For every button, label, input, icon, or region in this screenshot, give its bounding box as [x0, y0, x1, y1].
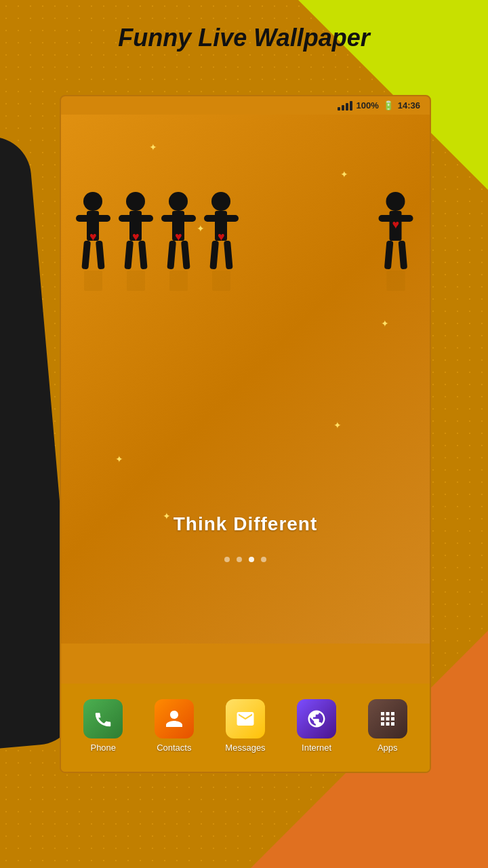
page-dot-2[interactable]: [237, 557, 242, 562]
phone-icon: [83, 699, 123, 738]
page-dot-1[interactable]: [224, 557, 230, 562]
wallpaper-area: ✦ ✦ ✦ ✦ ✦ ✦ ✦: [61, 115, 430, 644]
svg-rect-13: [127, 271, 145, 291]
page-dot-3[interactable]: [249, 557, 254, 562]
svg-point-28: [386, 192, 405, 211]
svg-text:♥: ♥: [218, 230, 225, 243]
sparkle-4: ✦: [381, 318, 389, 329]
svg-rect-4: [96, 241, 105, 270]
svg-rect-11: [138, 241, 148, 270]
svg-rect-20: [169, 271, 188, 291]
svg-text:♥: ♥: [392, 218, 400, 231]
apps-label: Apps: [378, 743, 398, 753]
svg-rect-31: [384, 241, 394, 270]
svg-rect-24: [209, 241, 219, 270]
dock-item-contacts[interactable]: Contacts: [155, 699, 194, 753]
sparkle-2: ✦: [340, 169, 348, 180]
svg-rect-2: [76, 215, 110, 222]
sparkle-1: ✦: [149, 142, 157, 153]
messages-icon: [226, 699, 265, 738]
svg-text:♥: ♥: [175, 230, 182, 243]
contacts-label: Contacts: [157, 743, 191, 753]
svg-text:♥: ♥: [132, 230, 140, 243]
page-dots: [61, 557, 430, 562]
svg-rect-16: [161, 215, 196, 222]
think-different-text: Think Different: [61, 513, 430, 535]
figure-solo: ♥: [375, 189, 416, 298]
signal-bars-icon: [338, 101, 352, 111]
phone-screen: 100% 🔋 14:36 ✦ ✦ ✦ ✦ ✦ ✦ ✦: [60, 95, 431, 773]
figure-1: ♥: [75, 189, 112, 298]
svg-rect-18: [181, 241, 190, 270]
battery-icon: 🔋: [383, 100, 394, 111]
apps-icon: [368, 699, 407, 738]
figure-2: ♥: [117, 189, 155, 298]
svg-rect-6: [84, 271, 102, 291]
dock-item-internet[interactable]: Internet: [297, 699, 336, 753]
figure-4: ♥: [203, 189, 240, 298]
internet-label: Internet: [302, 743, 331, 753]
sparkle-6: ✦: [333, 420, 342, 431]
svg-rect-34: [387, 271, 405, 291]
phone-label: Phone: [90, 743, 116, 753]
messages-label: Messages: [225, 743, 265, 753]
dock-item-messages[interactable]: Messages: [225, 699, 265, 753]
black-curve-left: [0, 0, 54, 868]
svg-rect-3: [81, 241, 91, 270]
page-title: Funny Live Wallpaper: [0, 24, 488, 52]
svg-rect-17: [167, 241, 176, 270]
svg-point-0: [83, 192, 102, 211]
svg-rect-9: [119, 215, 153, 222]
sparkle-5: ✦: [115, 454, 123, 465]
figure-3: ♥: [160, 189, 197, 298]
page-dot-4[interactable]: [261, 557, 266, 562]
internet-icon: [297, 699, 336, 738]
battery-percent: 100%: [357, 100, 379, 111]
status-bar: 100% 🔋 14:36: [61, 96, 430, 115]
svg-point-21: [211, 192, 230, 211]
contacts-icon: [155, 699, 194, 738]
svg-rect-32: [399, 241, 408, 270]
dock-item-phone[interactable]: Phone: [83, 699, 123, 753]
svg-rect-23: [204, 215, 239, 222]
figures-group: ♥ ♥: [75, 189, 240, 298]
svg-text:♥: ♥: [89, 230, 97, 243]
dock: Phone Contacts Messages: [61, 684, 430, 772]
svg-point-14: [169, 192, 188, 211]
svg-rect-25: [224, 241, 233, 270]
svg-point-7: [126, 192, 145, 211]
svg-rect-10: [124, 241, 134, 270]
clock: 14:36: [398, 100, 420, 111]
svg-rect-27: [212, 271, 230, 291]
dock-item-apps[interactable]: Apps: [368, 699, 407, 753]
